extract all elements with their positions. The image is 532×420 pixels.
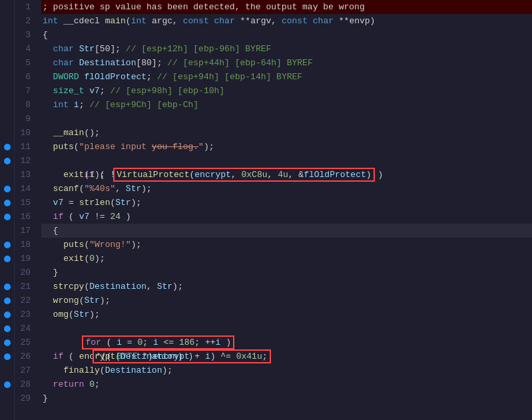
- line-num-13: 13: [15, 168, 31, 182]
- gutter-11: [0, 140, 14, 154]
- code-line-10: __main();: [41, 126, 532, 140]
- code-line-23: omg(Str);: [41, 308, 532, 321]
- line-num-11: 11: [15, 140, 31, 154]
- line-num-17: 17: [15, 224, 31, 238]
- editor-container: 1 2 3 4 5 6 7 8 9 10 11 12 13 14 15 16 1…: [0, 0, 532, 420]
- gutter-4: [0, 42, 14, 56]
- line-num-15: 15: [15, 196, 31, 210]
- code-line-9: [41, 112, 532, 126]
- line-num-7: 7: [15, 84, 31, 98]
- gutter-15: [0, 196, 14, 210]
- code-line-21: strcpy(Destination, Str);: [41, 280, 532, 294]
- code-line-2: int __cdecl main(int argc, const char **…: [41, 14, 532, 28]
- gutter-8: [0, 98, 14, 112]
- gutter-10: [0, 126, 14, 140]
- line-num-5: 5: [15, 56, 31, 70]
- line-num-21: 21: [15, 280, 31, 294]
- code-area[interactable]: ; positive sp value has been detected, t…: [36, 0, 532, 420]
- breakpoint-dot-24: [4, 325, 11, 332]
- line-num-29: 29: [15, 391, 31, 405]
- line-num-14: 14: [15, 182, 31, 196]
- gutter-6: [0, 70, 14, 84]
- code-line-22: wrong(Str);: [41, 294, 532, 308]
- gutter-26: [0, 349, 14, 363]
- line-numbers: 1 2 3 4 5 6 7 8 9 10 11 12 13 14 15 16 1…: [15, 0, 36, 420]
- breakpoint-dot-15: [4, 200, 11, 206]
- code-line-26: if ( encrypt(Destination) ): [41, 349, 532, 363]
- gutter-13: [0, 168, 14, 182]
- gutter-5: [0, 56, 14, 70]
- gutter-25: [0, 335, 14, 349]
- gutter-3: [0, 28, 14, 42]
- gutter-28: [0, 377, 14, 391]
- code-line-5: char Destination[80]; // [esp+44h] [ebp-…: [41, 56, 532, 70]
- breakpoint-dot-12: [4, 158, 11, 164]
- line-num-18: 18: [15, 238, 31, 252]
- code-line-18: puts("Wrong!");: [41, 238, 532, 252]
- gutter-24: [0, 321, 14, 335]
- line-num-6: 6: [15, 70, 31, 84]
- breakpoint-dot-21: [4, 284, 11, 290]
- for-loop-highlight: for ( i = 0; i <= 186; ++i ): [84, 337, 232, 347]
- line-num-4: 4: [15, 42, 31, 56]
- line-num-20: 20: [15, 266, 31, 280]
- line-num-27: 27: [15, 363, 31, 377]
- line-num-26: 26: [15, 349, 31, 363]
- code-line-14: scanf("%40s", Str);: [41, 182, 532, 196]
- line-num-19: 19: [15, 252, 31, 266]
- code-line-4: char Str[50]; // [esp+12h] [ebp-96h] BYR…: [41, 42, 532, 56]
- breakpoint-dot-18: [4, 242, 11, 248]
- line-num-22: 22: [15, 294, 31, 308]
- gutter-16: [0, 210, 14, 224]
- breakpoint-dot-22: [4, 298, 11, 304]
- gutter-9: [0, 112, 14, 126]
- code-line-29: }: [41, 391, 532, 405]
- line-num-2: 2: [15, 14, 31, 28]
- line-num-3: 3: [15, 28, 31, 42]
- gutter-22: [0, 294, 14, 308]
- line-num-23: 23: [15, 308, 31, 321]
- line-num-8: 8: [15, 98, 31, 112]
- code-line-20: }: [41, 266, 532, 280]
- breakpoint-dot-19: [4, 256, 11, 262]
- gutter-23: [0, 308, 14, 321]
- line-num-1: 1: [15, 0, 31, 14]
- gutter-14: [0, 182, 14, 196]
- breakpoint-dot-26: [4, 353, 11, 360]
- gutter-2: [0, 14, 14, 28]
- gutter-18: [0, 238, 14, 252]
- breakpoint-dot-14: [4, 186, 11, 192]
- breakpoint-dot-11: [4, 144, 11, 150]
- gutter-21: [0, 280, 14, 294]
- breakpoint-dot-23: [4, 312, 11, 318]
- code-line-11: puts("please input you flog.");: [41, 140, 532, 154]
- breakpoint-gutter: [0, 0, 15, 420]
- gutter-20: [0, 266, 14, 280]
- gutter-29: [0, 391, 14, 405]
- gutter-7: [0, 84, 14, 98]
- line-num-25: 25: [15, 335, 31, 349]
- gutter-1: [0, 0, 14, 14]
- line-num-12: 12: [15, 154, 31, 168]
- breakpoint-dot-28: [4, 381, 11, 388]
- gutter-12: [0, 154, 14, 168]
- code-line-28: return 0;: [41, 377, 532, 391]
- breakpoint-dot-25: [4, 339, 11, 346]
- code-line-8: int i; // [esp+9Ch] [ebp-Ch]: [41, 98, 532, 112]
- code-line-3: {: [41, 28, 532, 42]
- gutter-17: [0, 224, 14, 238]
- code-line-27: finally(Destination);: [41, 363, 532, 377]
- code-line-7: size_t v7; // [esp+98h] [ebp-10h]: [41, 84, 532, 98]
- virtual-protect-highlight: VirtualProtect(encrypt, 0xC8u, 4u, &flOl…: [115, 170, 372, 180]
- breakpoint-dot-16: [4, 214, 11, 220]
- line-num-10: 10: [15, 126, 31, 140]
- gutter-19: [0, 252, 14, 266]
- code-line-19: exit(0);: [41, 252, 532, 266]
- code-line-6: DWORD flOldProtect; // [esp+94h] [ebp-14…: [41, 70, 532, 84]
- gutter-27: [0, 363, 14, 377]
- code-line-17: {: [41, 224, 532, 238]
- line-num-9: 9: [15, 112, 31, 126]
- line-num-24: 24: [15, 321, 31, 335]
- code-line-12: if ( !VirtualProtect(encrypt, 0xC8u, 4u,…: [41, 154, 532, 168]
- code-line-15: v7 = strlen(Str);: [41, 196, 532, 210]
